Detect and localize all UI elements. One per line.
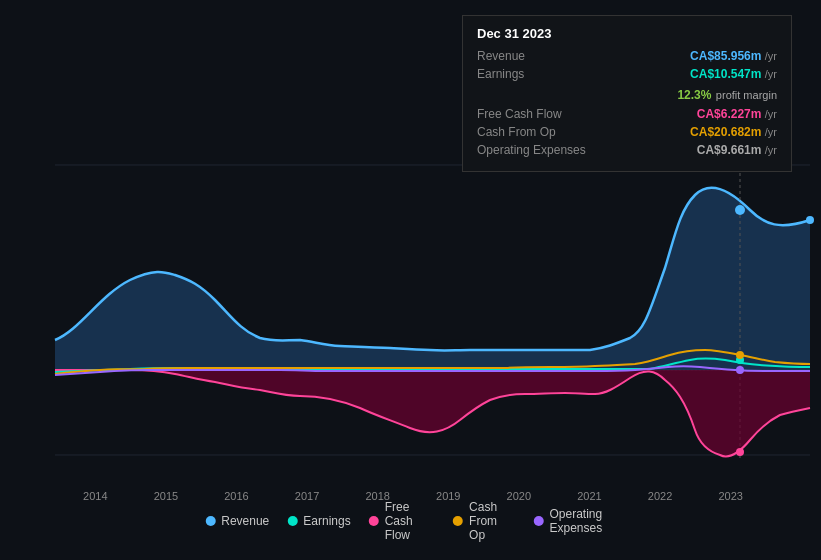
tooltip-label-earnings: Earnings [477,67,587,81]
tooltip-row-opex: Operating Expenses CA$9.661m /yr [477,143,777,157]
tooltip-label-cashop: Cash From Op [477,125,587,139]
tooltip-value-cashop: CA$20.682m /yr [690,125,777,139]
x-label-2023: 2023 [718,490,742,502]
legend-item-revenue[interactable]: Revenue [205,514,269,528]
legend-label-earnings: Earnings [303,514,350,528]
x-label-2022: 2022 [648,490,672,502]
svg-point-11 [806,216,814,224]
tooltip-value-revenue: CA$85.956m /yr [690,49,777,63]
legend-item-fcf[interactable]: Free Cash Flow [369,500,435,542]
legend-dot-earnings [287,516,297,526]
tooltip-date: Dec 31 2023 [477,26,777,41]
x-label-2014: 2014 [83,490,107,502]
tooltip-row-fcf: Free Cash Flow CA$6.227m /yr [477,107,777,121]
profit-margin-value: 12.3% [677,88,711,102]
legend-dot-revenue [205,516,215,526]
chart-legend: Revenue Earnings Free Cash Flow Cash Fro… [205,500,616,542]
profit-margin-row: 12.3% profit margin [477,85,777,103]
tooltip-box: Dec 31 2023 Revenue CA$85.956m /yr Earni… [462,15,792,172]
legend-label-fcf: Free Cash Flow [385,500,435,542]
legend-label-opex: Operating Expenses [550,507,616,535]
legend-dot-cashop [453,516,463,526]
legend-dot-fcf [369,516,379,526]
legend-label-revenue: Revenue [221,514,269,528]
tooltip-row-revenue: Revenue CA$85.956m /yr [477,49,777,63]
tooltip-value-fcf: CA$6.227m /yr [697,107,777,121]
tooltip-row-cashop: Cash From Op CA$20.682m /yr [477,125,777,139]
x-label-2015: 2015 [154,490,178,502]
tooltip-value-earnings: CA$10.547m /yr [690,67,777,81]
svg-point-6 [735,205,745,215]
tooltip-label-fcf: Free Cash Flow [477,107,587,121]
tooltip-label-opex: Operating Expenses [477,143,587,157]
svg-point-9 [736,351,744,359]
legend-item-opex[interactable]: Operating Expenses [534,507,616,535]
legend-item-cashop[interactable]: Cash From Op [453,500,515,542]
legend-dot-opex [534,516,544,526]
legend-item-earnings[interactable]: Earnings [287,514,350,528]
profit-margin-label: profit margin [716,89,777,101]
tooltip-label-revenue: Revenue [477,49,587,63]
tooltip-value-opex: CA$9.661m /yr [697,143,777,157]
chart-container: Dec 31 2023 Revenue CA$85.956m /yr Earni… [0,0,821,560]
legend-label-cashop: Cash From Op [469,500,515,542]
svg-point-10 [736,366,744,374]
svg-point-7 [736,448,744,456]
tooltip-row-earnings: Earnings CA$10.547m /yr [477,67,777,81]
